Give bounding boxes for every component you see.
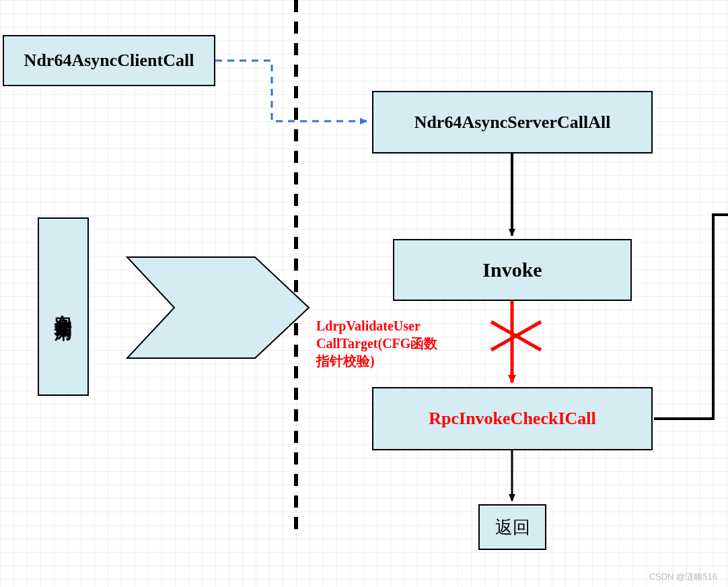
arrow-right-loop — [654, 215, 728, 419]
chevron-enter-service — [127, 257, 309, 358]
connectors-svg — [0, 0, 728, 587]
arrow-client-to-server — [215, 61, 367, 121]
